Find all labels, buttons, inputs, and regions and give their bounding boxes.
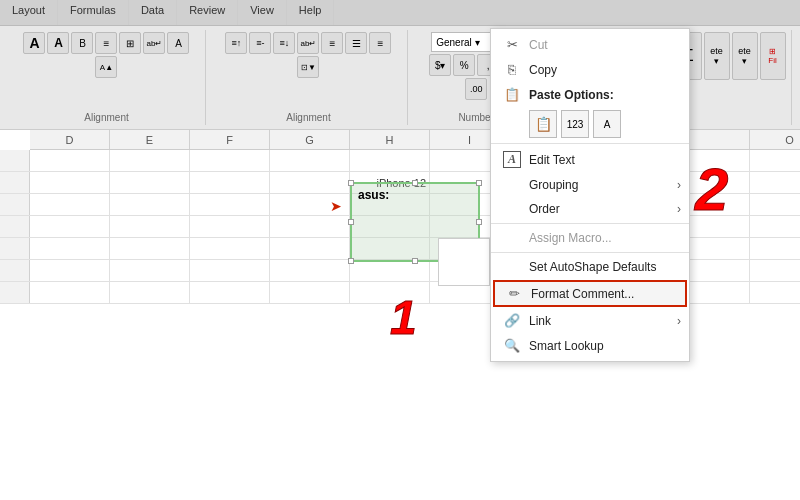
- increase-decimal[interactable]: .00: [465, 78, 487, 100]
- cell[interactable]: [750, 238, 800, 259]
- link-icon: 🔗: [503, 313, 521, 328]
- menu-item-edit-text[interactable]: A Edit Text: [491, 146, 689, 173]
- cell[interactable]: [30, 238, 110, 259]
- cell[interactable]: [270, 150, 350, 171]
- cell[interactable]: [190, 260, 270, 281]
- cell[interactable]: [270, 172, 350, 193]
- menu-item-link[interactable]: 🔗 Link ›: [491, 308, 689, 333]
- format-comment-icon: ✏: [505, 286, 523, 301]
- font-btn-8[interactable]: A▲: [95, 56, 117, 78]
- cell[interactable]: [270, 238, 350, 259]
- paste-icon-row: 📋 123 A: [491, 107, 689, 141]
- selection-arrow: ➤: [330, 198, 342, 214]
- tab-review[interactable]: Review: [177, 0, 238, 25]
- align-mid[interactable]: ≡-: [249, 32, 271, 54]
- align-top[interactable]: ≡↑: [225, 32, 247, 54]
- cell[interactable]: [110, 150, 190, 171]
- font-btn-6[interactable]: ab↵: [143, 32, 165, 54]
- cell[interactable]: [270, 216, 350, 237]
- edit-text-label: Edit Text: [529, 153, 575, 167]
- menu-item-format-comment[interactable]: ✏ Format Comment...: [493, 280, 687, 307]
- row-num: [0, 238, 30, 259]
- currency-btn[interactable]: $▾: [429, 54, 451, 76]
- menu-separator-2: [491, 223, 689, 224]
- cell[interactable]: [270, 282, 350, 303]
- font-btn-1[interactable]: A: [23, 32, 45, 54]
- cell[interactable]: [350, 150, 430, 171]
- cell[interactable]: [110, 282, 190, 303]
- merge-cells[interactable]: ⊡▼: [297, 56, 319, 78]
- font-btn-5[interactable]: ⊞: [119, 32, 141, 54]
- col-h: H: [350, 130, 430, 149]
- tab-formulas[interactable]: Formulas: [58, 0, 129, 25]
- cell[interactable]: [190, 238, 270, 259]
- alignment-group-label: Alignment: [286, 110, 330, 123]
- tab-layout[interactable]: Layout: [0, 0, 58, 25]
- cell[interactable]: [750, 260, 800, 281]
- tab-data[interactable]: Data: [129, 0, 177, 25]
- grouping-label: Grouping: [529, 178, 578, 192]
- font-btn-4[interactable]: ≡: [95, 32, 117, 54]
- cell[interactable]: [190, 172, 270, 193]
- cell[interactable]: [30, 260, 110, 281]
- cell[interactable]: [750, 194, 800, 215]
- tab-help[interactable]: Help: [287, 0, 335, 25]
- cell[interactable]: [190, 282, 270, 303]
- menu-item-cut[interactable]: ✂ Cut: [491, 32, 689, 57]
- paste-icon-1[interactable]: 📋: [529, 110, 557, 138]
- menu-item-grouping[interactable]: Grouping ›: [491, 173, 689, 197]
- annotation-number-1: 1: [390, 290, 417, 345]
- cell[interactable]: [350, 260, 430, 281]
- cell[interactable]: [110, 194, 190, 215]
- cell[interactable]: [750, 282, 800, 303]
- number-group-label: Number: [458, 110, 494, 123]
- cell[interactable]: [190, 150, 270, 171]
- cell[interactable]: [750, 216, 800, 237]
- cell[interactable]: [270, 260, 350, 281]
- cell[interactable]: [30, 216, 110, 237]
- ribbon-group-alignment: ≡↑ ≡- ≡↓ ab↵ ≡ ☰ ≡ ⊡▼ Alignment: [210, 30, 408, 125]
- align-right[interactable]: ≡: [369, 32, 391, 54]
- asus-text: asus:: [352, 184, 478, 206]
- align-left[interactable]: ≡: [321, 32, 343, 54]
- align-bot[interactable]: ≡↓: [273, 32, 295, 54]
- cell[interactable]: [30, 282, 110, 303]
- clear-btn[interactable]: ete▾: [732, 32, 758, 80]
- cut-label: Cut: [529, 38, 548, 52]
- paste-icon-2[interactable]: 123: [561, 110, 589, 138]
- cell[interactable]: [190, 216, 270, 237]
- tab-view[interactable]: View: [238, 0, 287, 25]
- font-btn-7[interactable]: A: [167, 32, 189, 54]
- font-btn-2[interactable]: A: [47, 32, 69, 54]
- cell[interactable]: [30, 172, 110, 193]
- menu-separator-1: [491, 143, 689, 144]
- cell[interactable]: [110, 238, 190, 259]
- ribbon-group-font: A A B ≡ ⊞ ab↵ A A▲ Alignment: [8, 30, 206, 125]
- col-o: O: [750, 130, 800, 149]
- menu-item-smart-lookup[interactable]: 🔍 Smart Lookup: [491, 333, 689, 358]
- cell[interactable]: [110, 172, 190, 193]
- sort-filter-btn[interactable]: ⊞Fil: [760, 32, 786, 80]
- cell[interactable]: [110, 260, 190, 281]
- menu-item-autoshape[interactable]: Set AutoShape Defaults: [491, 255, 689, 279]
- cell[interactable]: [110, 216, 190, 237]
- cell[interactable]: [750, 150, 800, 171]
- align-center[interactable]: ☰: [345, 32, 367, 54]
- cell[interactable]: [190, 194, 270, 215]
- menu-item-paste-options[interactable]: 📋 Paste Options:: [491, 82, 689, 107]
- cell[interactable]: [30, 150, 110, 171]
- white-overlay-box: [438, 238, 490, 286]
- cell[interactable]: [30, 194, 110, 215]
- row-num: [0, 150, 30, 171]
- paste-options-label: Paste Options:: [529, 88, 614, 102]
- menu-item-copy[interactable]: ⎘ Copy: [491, 57, 689, 82]
- percent-btn[interactable]: %: [453, 54, 475, 76]
- fill-btn[interactable]: ete▾: [704, 32, 730, 80]
- menu-item-assign-macro[interactable]: Assign Macro...: [491, 226, 689, 250]
- paste-icon-3[interactable]: A: [593, 110, 621, 138]
- menu-item-order[interactable]: Order ›: [491, 197, 689, 221]
- wrap-text[interactable]: ab↵: [297, 32, 319, 54]
- smart-lookup-label: Smart Lookup: [529, 339, 604, 353]
- font-btn-3[interactable]: B: [71, 32, 93, 54]
- cell[interactable]: [750, 172, 800, 193]
